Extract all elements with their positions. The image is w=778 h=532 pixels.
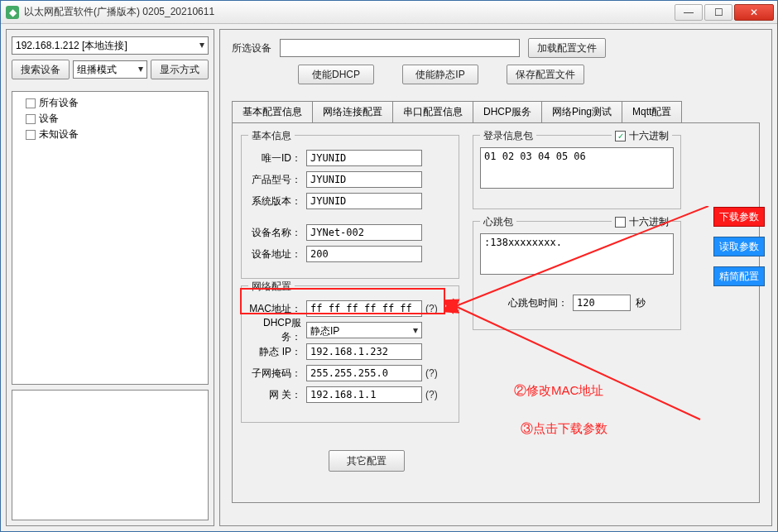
minimize-button[interactable]: — bbox=[675, 4, 703, 21]
window-controls: — ☐ ✕ bbox=[673, 4, 774, 21]
group-mode-combo[interactable]: 组播模式 bbox=[73, 60, 147, 79]
basic-info-group: 基本信息 唯一ID：JYUNID 产品型号：JYUNID 系统版本：JYUNID… bbox=[241, 135, 459, 279]
subnet-mask-input[interactable] bbox=[306, 365, 422, 381]
close-button[interactable]: ✕ bbox=[734, 4, 774, 21]
group-legend: 登录信息包 bbox=[480, 129, 536, 143]
system-version-field: JYUNID bbox=[306, 193, 422, 209]
selected-device-field bbox=[280, 39, 520, 57]
maximize-button[interactable]: ☐ bbox=[704, 4, 732, 21]
selected-device-label: 所选设备 bbox=[232, 41, 271, 55]
save-config-button[interactable]: 保存配置文件 bbox=[507, 65, 584, 84]
annotation-text-3: ③点击下载参数 bbox=[521, 421, 608, 437]
main-area: 192.168.1.212 [本地连接] 搜索设备 组播模式 显示方式 所有设备… bbox=[1, 24, 777, 531]
login-packet-group: 登录信息包 ✓十六进制 01 02 03 04 05 06 bbox=[473, 135, 681, 209]
app-icon: ◆ bbox=[6, 6, 19, 19]
tree-item-unknown[interactable]: 未知设备 bbox=[26, 127, 203, 142]
tab-panel: 基本信息 唯一ID：JYUNID 产品型号：JYUNID 系统版本：JYUNID… bbox=[232, 122, 760, 503]
ip-adapter-combo[interactable]: 192.168.1.212 [本地连接] bbox=[12, 36, 209, 55]
tab-mqtt[interactable]: Mqtt配置 bbox=[622, 101, 682, 122]
heartbeat-time-input[interactable] bbox=[573, 295, 631, 311]
log-area bbox=[12, 390, 209, 520]
window-title: 以太网配置软件(广播版本) 0205_20210611 bbox=[24, 5, 214, 19]
help-icon[interactable]: (?) bbox=[425, 367, 438, 379]
checkbox-icon[interactable] bbox=[26, 114, 36, 124]
right-panel: 所选设备 加载配置文件 使能DHCP 使能静态IP 保存配置文件 基本配置信息 … bbox=[219, 29, 772, 526]
hex-checkbox[interactable]: ✓ bbox=[615, 131, 626, 141]
device-addr-input[interactable] bbox=[306, 246, 422, 262]
heartbeat-group: 心跳包 十六进制 :138xxxxxxxx. 心跳包时间： 秒 bbox=[473, 221, 681, 330]
static-ip-input[interactable] bbox=[306, 343, 422, 360]
tree-item-all[interactable]: 所有设备 bbox=[26, 95, 203, 111]
hex-checkbox-wrap: 十六进制 bbox=[612, 215, 672, 229]
enable-static-button[interactable]: 使能静态IP bbox=[402, 65, 478, 84]
login-packet-input[interactable]: 01 02 03 04 05 06 bbox=[480, 147, 674, 189]
tab-serial[interactable]: 串口配置信息 bbox=[393, 101, 473, 122]
simple-config-button[interactable]: 精简配置 bbox=[713, 266, 765, 286]
device-name-input[interactable] bbox=[306, 224, 422, 241]
device-tree[interactable]: 所有设备 设备 未知设备 bbox=[12, 91, 209, 385]
product-model-field: JYUNID bbox=[306, 171, 422, 188]
left-panel: 192.168.1.212 [本地连接] 搜索设备 组播模式 显示方式 所有设备… bbox=[6, 29, 214, 526]
hex-checkbox[interactable] bbox=[615, 217, 626, 228]
annotation-text-2: ②修改MAC地址 bbox=[514, 383, 603, 399]
help-icon[interactable]: (?) bbox=[425, 389, 438, 400]
side-buttons: 下载参数 读取参数 精简配置 bbox=[713, 207, 765, 286]
read-params-button[interactable]: 读取参数 bbox=[713, 237, 765, 256]
load-config-button[interactable]: 加载配置文件 bbox=[528, 38, 606, 58]
dhcp-service-combo[interactable]: 静态IP bbox=[306, 322, 422, 338]
titlebar: ◆ 以太网配置软件(广播版本) 0205_20210611 — ☐ ✕ bbox=[1, 1, 777, 24]
tree-item-devices[interactable]: 设备 bbox=[26, 111, 203, 127]
display-mode-button[interactable]: 显示方式 bbox=[151, 60, 209, 79]
enable-dhcp-button[interactable]: 使能DHCP bbox=[298, 65, 374, 84]
heartbeat-input[interactable]: :138xxxxxxxx. bbox=[480, 233, 674, 275]
tab-basic[interactable]: 基本配置信息 bbox=[232, 101, 313, 122]
tab-ping[interactable]: 网络Ping测试 bbox=[542, 101, 622, 122]
annotation-highlight bbox=[240, 288, 445, 314]
hex-checkbox-wrap: ✓十六进制 bbox=[612, 129, 672, 143]
tab-netlink[interactable]: 网络连接配置 bbox=[313, 101, 393, 122]
tab-bar: 基本配置信息 网络连接配置 串口配置信息 DHCP服务 网络Ping测试 Mqt… bbox=[232, 101, 760, 122]
checkbox-icon[interactable] bbox=[26, 130, 36, 140]
group-legend: 基本信息 bbox=[248, 129, 295, 143]
download-params-button[interactable]: 下载参数 bbox=[713, 207, 765, 227]
tab-dhcp[interactable]: DHCP服务 bbox=[473, 101, 542, 122]
gateway-input[interactable] bbox=[306, 386, 422, 403]
search-device-button[interactable]: 搜索设备 bbox=[12, 60, 70, 79]
checkbox-icon[interactable] bbox=[26, 98, 36, 108]
group-legend: 心跳包 bbox=[480, 215, 516, 229]
other-config-button[interactable]: 其它配置 bbox=[329, 450, 405, 472]
unique-id-field: JYUNID bbox=[306, 150, 422, 166]
